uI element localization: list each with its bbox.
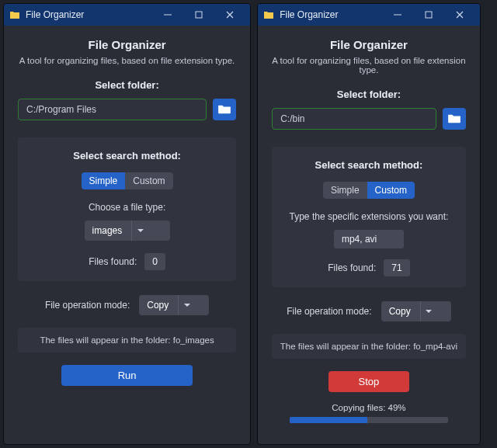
window-left: File Organizer File Organizer A tool for…	[3, 3, 251, 445]
titlebar[interactable]: File Organizer	[4, 4, 250, 26]
filetype-value: images	[85, 225, 132, 236]
browse-button[interactable]	[443, 108, 466, 130]
search-panel: Select search method: Simple Custom Choo…	[18, 137, 236, 281]
svg-rect-2	[394, 15, 401, 16]
run-button[interactable]: Run	[61, 365, 193, 386]
output-info: The files will appear in the folder: fo_…	[18, 328, 236, 352]
minimize-button[interactable]	[152, 4, 183, 26]
progress-label: Copying files: 49%	[332, 403, 405, 412]
progress: Copying files: 49%	[272, 403, 466, 423]
search-title: Select search method:	[315, 159, 423, 171]
titlebar-title: File Organizer	[280, 9, 338, 20]
chevron-down-icon	[131, 221, 148, 241]
files-found-row: Files found: 0	[89, 253, 165, 270]
svg-rect-3	[426, 12, 432, 18]
browse-button[interactable]	[213, 99, 236, 120]
page-subtitle: A tool for organizing files, based on fi…	[19, 56, 235, 65]
extensions-prompt: Type the specific extensions you want:	[290, 211, 449, 222]
svg-rect-1	[196, 12, 202, 18]
progress-bar	[290, 417, 449, 423]
mode-select[interactable]: Copy	[381, 301, 451, 321]
folder-label: Select folder:	[95, 79, 158, 91]
window-controls	[382, 4, 475, 26]
mode-row: File operation mode: Copy	[18, 295, 236, 315]
tab-custom[interactable]: Custom	[367, 182, 415, 199]
page-subtitle: A tool for organizing files, based on fi…	[272, 56, 466, 75]
maximize-button[interactable]	[183, 4, 214, 26]
search-title: Select search method:	[73, 150, 181, 161]
close-button[interactable]	[214, 4, 245, 26]
folder-label: Select folder:	[337, 89, 401, 100]
window-body: File Organizer A tool for organizing fil…	[258, 26, 480, 444]
folder-row	[18, 99, 236, 120]
filetype-select[interactable]: images	[85, 221, 170, 241]
folder-input[interactable]	[272, 108, 436, 130]
files-found-count: 71	[384, 259, 409, 276]
search-panel: Select search method: Simple Custom Type…	[272, 147, 466, 287]
minimize-button[interactable]	[382, 4, 413, 26]
tab-custom[interactable]: Custom	[125, 172, 172, 189]
page-title: File Organizer	[330, 38, 408, 51]
output-info: The files will appear in the folder: fo_…	[272, 334, 466, 359]
files-found-count: 0	[144, 253, 165, 270]
stop-button[interactable]: Stop	[328, 371, 410, 392]
folder-input[interactable]	[18, 99, 207, 120]
window-controls	[152, 4, 245, 26]
mode-label: File operation mode:	[287, 306, 371, 317]
files-found-label: Files found:	[328, 262, 376, 273]
folder-row	[272, 108, 466, 130]
svg-rect-0	[164, 15, 172, 16]
page-title: File Organizer	[89, 38, 166, 51]
mode-label: File operation mode:	[45, 300, 130, 311]
window-body: File Organizer A tool for organizing fil…	[4, 26, 250, 444]
app-icon	[9, 9, 21, 21]
maximize-button[interactable]	[413, 4, 444, 26]
files-found-label: Files found:	[89, 256, 137, 267]
files-found-row: Files found: 71	[328, 259, 409, 276]
titlebar[interactable]: File Organizer	[258, 4, 480, 26]
extensions-input[interactable]	[334, 230, 404, 248]
titlebar-title: File Organizer	[26, 9, 84, 20]
folder-icon	[217, 103, 231, 116]
filetype-prompt: Choose a file type:	[89, 202, 165, 213]
mode-select[interactable]: Copy	[139, 295, 209, 315]
tab-simple[interactable]: Simple	[82, 172, 126, 189]
mode-value: Copy	[139, 300, 178, 311]
mode-row: File operation mode: Copy	[272, 301, 466, 321]
mode-value: Copy	[381, 306, 420, 317]
close-button[interactable]	[444, 4, 475, 26]
progress-fill	[290, 417, 367, 423]
chevron-down-icon	[178, 295, 195, 315]
app-icon	[262, 9, 275, 21]
folder-icon	[447, 113, 461, 126]
chevron-down-icon	[420, 301, 437, 321]
window-right: File Organizer File Organizer A tool for…	[257, 3, 481, 445]
method-tabs: Simple Custom	[323, 182, 415, 199]
tab-simple[interactable]: Simple	[323, 182, 367, 199]
method-tabs: Simple Custom	[82, 172, 173, 189]
